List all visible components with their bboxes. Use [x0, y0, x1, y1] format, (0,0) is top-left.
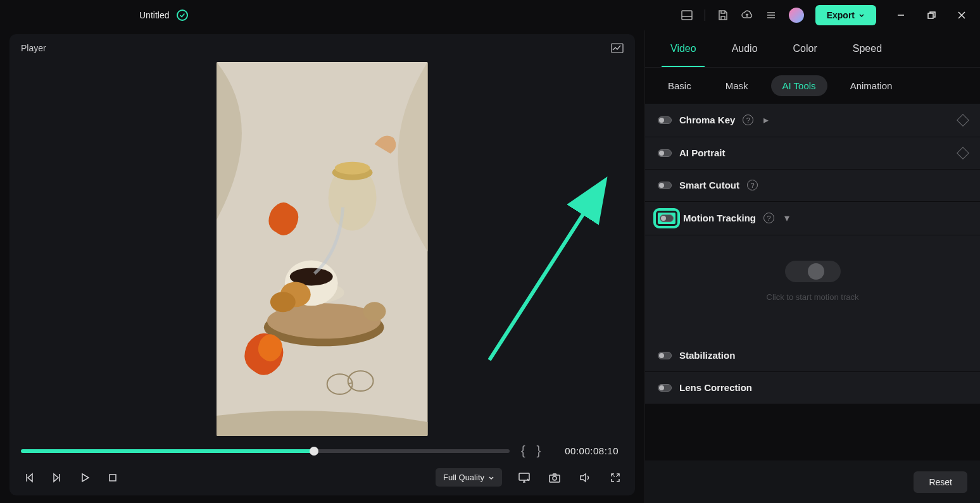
next-frame-button[interactable]: [49, 469, 65, 486]
tool-label: AI Portrait: [679, 147, 726, 158]
player-panel: Player: [0, 30, 644, 503]
fullscreen-icon[interactable]: [607, 469, 624, 486]
svg-rect-9: [612, 44, 623, 53]
subtab-animation[interactable]: Animation: [839, 75, 904, 96]
keyframe-diamond-icon[interactable]: [957, 114, 969, 127]
secondary-tabs: Basic Mask AI Tools Animation: [645, 68, 980, 104]
motion-tracking-panel: Click to start motion track: [645, 235, 980, 340]
tab-audio[interactable]: Audio: [714, 30, 776, 67]
divider: [705, 9, 705, 21]
tool-motion-tracking[interactable]: Motion Tracking ? ▾: [645, 202, 980, 235]
saved-status-icon: [177, 9, 188, 21]
chevron-right-icon: ▸: [763, 114, 769, 126]
stabilization-toggle[interactable]: [658, 352, 672, 359]
menu-icon[interactable]: [765, 9, 777, 22]
tab-speed[interactable]: Speed: [835, 30, 900, 67]
volume-icon[interactable]: [577, 469, 593, 486]
timecode: 00:00:08:10: [565, 445, 619, 456]
cloud-icon[interactable]: [741, 9, 753, 22]
progress-slider[interactable]: [21, 449, 510, 453]
export-label: Export: [827, 10, 855, 20]
subtab-ai-tools[interactable]: AI Tools: [771, 75, 827, 96]
help-icon[interactable]: ?: [747, 180, 758, 190]
preview-area[interactable]: [9, 62, 635, 436]
window-minimize-icon[interactable]: [895, 9, 907, 21]
play-button[interactable]: [77, 469, 93, 486]
motion-tracking-toggle[interactable]: [660, 214, 674, 222]
annotation-arrow: [477, 170, 616, 373]
chroma-key-toggle[interactable]: [658, 116, 672, 124]
save-icon[interactable]: [717, 9, 729, 22]
properties-panel: Video Audio Color Speed Basic Mask AI To…: [644, 30, 980, 503]
mark-out-button[interactable]: }: [537, 444, 541, 458]
tool-smart-cutout[interactable]: Smart Cutout ?: [645, 170, 980, 201]
titlebar: Untitled Export: [0, 0, 980, 30]
prev-frame-button[interactable]: [21, 469, 37, 486]
chevron-down-icon: ▾: [784, 212, 789, 224]
help-icon[interactable]: ?: [763, 213, 774, 223]
motion-track-start-toggle[interactable]: [785, 261, 841, 282]
layout-icon[interactable]: [681, 9, 693, 22]
tool-label: Stabilization: [679, 350, 735, 361]
user-avatar[interactable]: [789, 8, 804, 23]
tab-color[interactable]: Color: [776, 30, 835, 67]
tab-video[interactable]: Video: [653, 30, 714, 67]
help-icon[interactable]: ?: [743, 115, 753, 125]
motion-hint: Click to start motion track: [767, 292, 859, 302]
svg-point-17: [270, 292, 296, 312]
subtab-basic[interactable]: Basic: [656, 75, 703, 96]
stats-icon[interactable]: [611, 43, 624, 53]
smart-cutout-toggle[interactable]: [658, 182, 672, 189]
tool-stabilization[interactable]: Stabilization: [645, 340, 980, 371]
ai-portrait-toggle[interactable]: [658, 149, 672, 157]
svg-line-25: [489, 183, 603, 360]
display-icon[interactable]: [516, 469, 532, 486]
svg-line-24: [348, 383, 353, 383]
player-title: Player: [21, 43, 46, 53]
tool-label: Motion Tracking: [683, 213, 756, 223]
svg-rect-10: [217, 62, 427, 436]
tool-label: Lens Correction: [679, 382, 752, 393]
window-close-icon[interactable]: [956, 9, 967, 21]
svg-rect-0: [682, 11, 692, 20]
project-title: Untitled: [139, 10, 169, 20]
reset-button[interactable]: Reset: [914, 471, 967, 493]
svg-point-20: [335, 162, 370, 175]
primary-tabs: Video Audio Color Speed: [645, 30, 980, 68]
quality-label: Full Quality: [443, 473, 484, 482]
quality-select[interactable]: Full Quality: [436, 468, 502, 487]
lens-correction-toggle[interactable]: [658, 384, 672, 392]
tool-chroma-key[interactable]: Chroma Key ? ▸: [645, 104, 980, 137]
snapshot-icon[interactable]: [546, 469, 563, 486]
window-maximize-icon[interactable]: [926, 9, 937, 21]
tool-label: Smart Cutout: [679, 180, 739, 190]
svg-point-29: [553, 476, 556, 480]
tool-lens-correction[interactable]: Lens Correction: [645, 372, 980, 404]
svg-point-21: [363, 302, 386, 321]
preview-image: [217, 62, 427, 436]
tool-ai-portrait[interactable]: AI Portrait: [645, 137, 980, 169]
subtab-mask[interactable]: Mask: [714, 75, 760, 96]
export-button[interactable]: Export: [815, 5, 876, 25]
svg-rect-6: [928, 13, 933, 18]
keyframe-diamond-icon[interactable]: [957, 147, 969, 159]
svg-rect-26: [110, 475, 116, 481]
stop-button[interactable]: [104, 469, 121, 486]
tool-label: Chroma Key: [679, 115, 735, 125]
mark-in-button[interactable]: {: [521, 444, 525, 458]
